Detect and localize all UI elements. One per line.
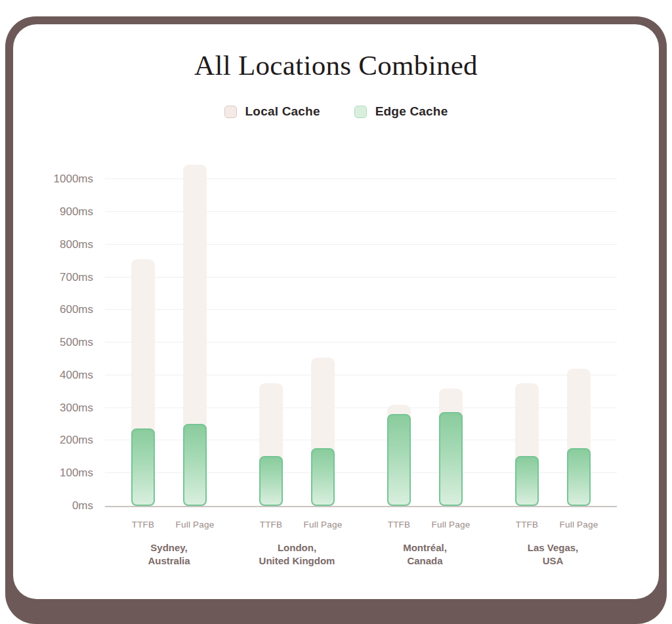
bar-edge-cache	[439, 412, 463, 506]
y-axis-tick-label: 600ms	[13, 302, 93, 317]
y-axis-tick-label: 700ms	[13, 270, 93, 285]
plot-area: TTFBFull PageSydney,AustraliaTTFBFull Pa…	[105, 157, 617, 507]
group-location-line: Las Vegas,	[491, 541, 616, 554]
group-location-line: USA	[491, 554, 616, 568]
group-location-line: Canada	[363, 554, 488, 568]
bar-edge-cache	[515, 456, 539, 506]
y-axis-tick-label: 100ms	[13, 466, 93, 480]
gridline	[105, 211, 617, 212]
y-axis-tick-label: 400ms	[13, 368, 93, 383]
y-axis-tick-label: 200ms	[13, 433, 93, 447]
group-location-line: London,	[235, 541, 360, 554]
bar-tick-label: TTFB	[242, 520, 301, 530]
gridline	[105, 342, 617, 343]
gridline	[105, 472, 617, 473]
y-axis-tick-label: 500ms	[13, 335, 93, 350]
y-axis-tick-label: 900ms	[13, 205, 93, 219]
group-location-label: London,United Kingdom	[235, 541, 360, 568]
group-location-label: Montréal,Canada	[363, 541, 488, 568]
bar-edge-cache	[567, 448, 591, 506]
group-location-line: United Kingdom	[235, 554, 360, 568]
gridline	[105, 178, 617, 179]
bar-edge-cache	[259, 456, 283, 506]
bar-tick-label: TTFB	[369, 520, 429, 530]
bar-tick-label: Full Page	[549, 520, 608, 530]
y-axis-tick-label: 0ms	[13, 499, 93, 513]
bar-tick-label: Full Page	[165, 520, 224, 530]
gridline	[105, 277, 617, 278]
bar-tick-label: TTFB	[114, 520, 173, 530]
bar-tick-label: TTFB	[497, 520, 556, 530]
bar-chart: TTFBFull PageSydney,AustraliaTTFBFull Pa…	[13, 24, 659, 599]
gridline	[105, 244, 617, 245]
bar-tick-label: Full Page	[421, 520, 480, 530]
group-location-label: Sydney,Australia	[107, 541, 232, 568]
group-location-label: Las Vegas,USA	[491, 541, 616, 568]
y-axis-tick-label: 1000ms	[13, 172, 93, 186]
bar-edge-cache	[387, 414, 411, 506]
gridline	[105, 309, 617, 310]
gridline	[105, 440, 617, 440]
y-axis-tick-label: 800ms	[13, 238, 93, 252]
bar-tick-label: Full Page	[293, 520, 352, 530]
gridline	[105, 375, 617, 375]
group-location-line: Sydney,	[107, 541, 232, 554]
group-location-line: Australia	[107, 554, 232, 568]
bar-edge-cache	[183, 424, 207, 506]
group-location-line: Montréal,	[363, 541, 488, 554]
bar-edge-cache	[131, 428, 155, 506]
gridline	[105, 407, 617, 408]
bar-edge-cache	[311, 448, 335, 506]
chart-card: All Locations Combined Local Cache Edge …	[13, 24, 659, 599]
y-axis-tick-label: 300ms	[13, 401, 93, 415]
